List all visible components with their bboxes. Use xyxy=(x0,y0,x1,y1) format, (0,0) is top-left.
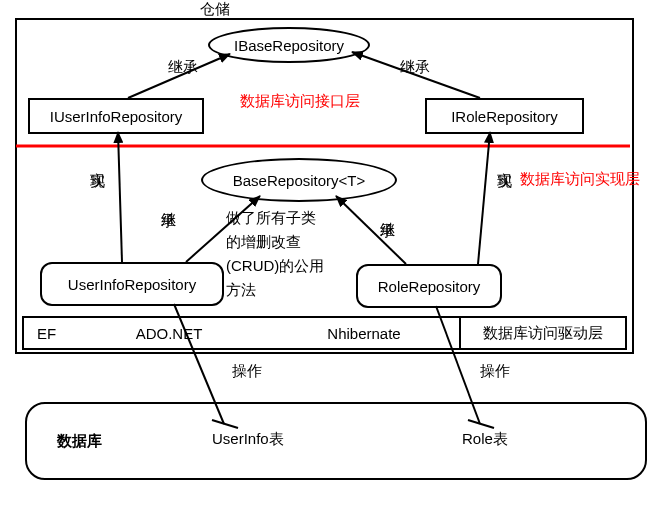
ibase-label: IBaseRepository xyxy=(234,37,344,54)
driver-ef: EF xyxy=(37,325,56,342)
table-user: UserInfo表 xyxy=(212,430,284,449)
edge-label-inherit-user-base: 继承 xyxy=(159,200,178,204)
irole-label: IRoleRepository xyxy=(451,108,558,125)
table-role: Role表 xyxy=(462,430,508,449)
edge-label-op-role: 操作 xyxy=(480,362,510,381)
title-label: 仓储 xyxy=(200,0,230,19)
node-user-repository: UserInfoRepository xyxy=(40,262,224,306)
database-box: 数据库 xyxy=(25,402,647,480)
driver-layer: EF ADO.NET Nhibernate 数据库访问驱动层 xyxy=(22,316,627,350)
db-label: 数据库 xyxy=(57,432,102,451)
base-description: 做了所有子类 的增删改查 (CRUD)的公用 方法 xyxy=(226,206,336,302)
edge-label-inherit-left: 继承 xyxy=(168,58,198,77)
node-role-repository: RoleRepository xyxy=(356,264,502,308)
node-irole-repository: IRoleRepository xyxy=(425,98,584,134)
node-base-repository: BaseRepository<T> xyxy=(201,158,397,202)
driver-adonet: ADO.NET xyxy=(136,325,203,342)
desc-line2: 的增删改查 xyxy=(226,230,336,254)
baseT-label: BaseRepository<T> xyxy=(233,172,366,189)
interface-layer-label: 数据库访问接口层 xyxy=(240,92,360,111)
driver-nhibernate: Nhibernate xyxy=(327,325,400,342)
edge-label-inherit-role-base: 继承 xyxy=(378,210,397,214)
role-label: RoleRepository xyxy=(378,278,481,295)
edge-label-inherit-right: 继承 xyxy=(400,58,430,77)
node-iuser-repository: IUserInfoRepository xyxy=(28,98,204,134)
desc-line4: 方法 xyxy=(226,278,336,302)
desc-line3: (CRUD)的公用 xyxy=(226,254,336,278)
edge-label-impl-left: 实现 xyxy=(88,160,107,164)
edge-label-op-user: 操作 xyxy=(232,362,262,381)
edge-label-impl-right: 实现 xyxy=(495,160,514,164)
desc-line1: 做了所有子类 xyxy=(226,206,336,230)
node-ibase-repository: IBaseRepository xyxy=(208,27,370,63)
user-label: UserInfoRepository xyxy=(68,276,196,293)
iuser-label: IUserInfoRepository xyxy=(50,108,183,125)
driver-layer-label: 数据库访问驱动层 xyxy=(483,324,603,343)
impl-layer-label: 数据库访问实现层 xyxy=(520,170,640,189)
